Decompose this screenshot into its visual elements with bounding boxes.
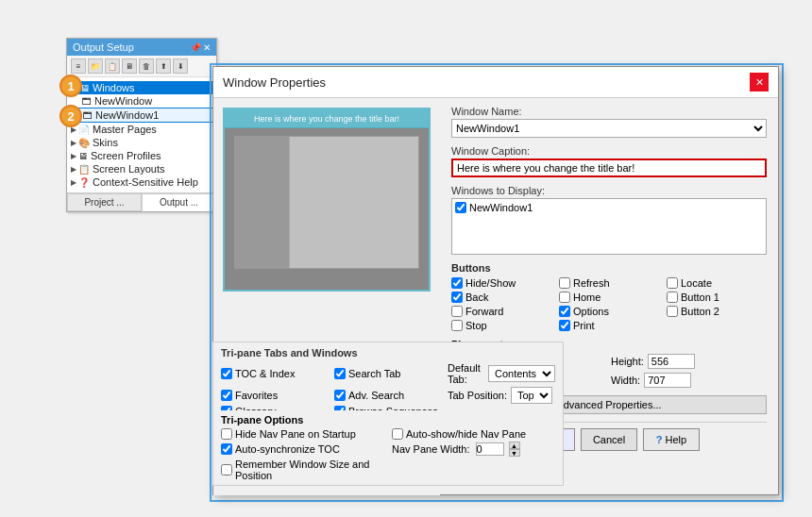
tripane-options-title: Tri-pane Options [221, 414, 555, 425]
toolbar-btn-5[interactable]: 🗑 [139, 58, 154, 74]
tree-item-masterpages[interactable]: ▶ 📄 Master Pages [67, 123, 216, 136]
tab-favorites[interactable]: Favorites [221, 387, 329, 404]
opt-auto-sync[interactable]: Auto-synchronize TOC [221, 442, 384, 457]
btn-home[interactable]: Home [559, 292, 659, 303]
btn-button2[interactable]: Button 2 [667, 306, 767, 317]
tree-item-screenlayouts[interactable]: ▶ 📋 Screen Layouts [67, 162, 216, 175]
tree-item-windows[interactable]: ▼ 🖥 Windows [67, 81, 216, 94]
btn-refresh[interactable]: Refresh [559, 277, 659, 289]
cancel-button[interactable]: Cancel [581, 428, 637, 451]
opt-auto-show[interactable]: Auto-show/hide Nav Pane [392, 428, 555, 440]
placement-width: Width: [611, 373, 767, 388]
tree-area: ▼ 🖥 Windows 🗔 NewWindow 🗔 NewWindow1 ▶ 📄… [67, 77, 216, 192]
buttons-group: Buttons Hide/Show Refresh Locate Back Ho… [451, 262, 767, 331]
tab-position-select[interactable]: Top [511, 387, 552, 404]
help-button[interactable]: ? Help [643, 428, 700, 451]
btn-button1[interactable]: Button 1 [667, 292, 767, 303]
expand-icon-sp: ▶ [71, 152, 76, 160]
expand-icon-sl: ▶ [71, 165, 76, 174]
tree-item-screenprofiles[interactable]: ▶ 🖥 Screen Profiles [67, 149, 216, 162]
windows-display-area[interactable]: NewWindow1 [451, 198, 767, 255]
masterpages-icon: 📄 [78, 125, 90, 135]
output-setup-titlebar: Output Setup 📌 ✕ [67, 39, 216, 56]
spinner-down[interactable]: ▼ [509, 449, 520, 457]
btn-hidshow[interactable]: Hide/Show [451, 277, 551, 289]
tree-label-screenlayouts: Screen Layouts [93, 163, 164, 175]
skins-icon: 🎨 [78, 138, 90, 148]
badge-2: 2 [59, 105, 82, 127]
dialog-title: Window Properties [223, 75, 326, 90]
default-tab-select[interactable]: Contents [488, 365, 555, 382]
tab-search[interactable]: Search Tab [334, 362, 442, 385]
btn-forward[interactable]: Forward [451, 306, 551, 317]
tree-label-skins: Skins [93, 137, 118, 148]
tab-position-row: Tab Position: Top [448, 387, 555, 404]
window-name-select[interactable]: NewWindow1 [451, 119, 767, 138]
tab-project[interactable]: Project ... [67, 193, 142, 211]
window-caption-label: Window Caption: [451, 145, 767, 157]
tripane-tabs-grid: TOC & Index Search Tab Default Tab: Cont… [221, 362, 555, 417]
newwindow1-icon: 🗔 [83, 110, 93, 121]
nav-width-spinner[interactable]: ▲ ▼ [509, 442, 520, 457]
tripane-options-section: Tri-pane Options Hide Nav Pane on Startu… [212, 410, 564, 486]
window-name-group: Window Name: NewWindow1 [451, 106, 767, 138]
height-label: Height: [611, 356, 644, 367]
badge-1: 1 [59, 75, 82, 97]
tree-item-contexthelp[interactable]: ▶ ❓ Context-Sensitive Help [67, 175, 216, 189]
close-icon[interactable]: ✕ [203, 42, 211, 53]
tab-adv-search[interactable]: Adv. Search [334, 387, 442, 404]
preview-title-text: Here is where you change the title bar! [254, 114, 399, 124]
pin-icon[interactable]: 📌 [190, 42, 201, 53]
contexthelp-icon: ❓ [78, 177, 90, 188]
opt-remember-size[interactable]: Remember Window Size and Position [221, 459, 384, 481]
toolbar-btn-4[interactable]: 🖥 [122, 58, 137, 74]
height-input[interactable] [648, 354, 695, 369]
output-setup-title: Output Setup [73, 42, 134, 53]
btn-stop[interactable]: Stop [451, 320, 551, 331]
width-input[interactable] [644, 373, 691, 388]
buttons-group-title: Buttons [451, 262, 767, 274]
opt-nav-width[interactable]: Nav Pane Width: ▲ ▼ [392, 442, 555, 457]
tree-label-newwindow: NewWindow [94, 95, 152, 107]
display-checkbox[interactable] [455, 202, 466, 213]
toolbar-btn-1[interactable]: ≡ [71, 58, 86, 74]
default-tab-row: Default Tab: Contents [448, 362, 555, 385]
window-caption-group: Window Caption: [451, 145, 767, 177]
display-item-newwindow1[interactable]: NewWindow1 [455, 202, 763, 213]
buttons-grid: Hide/Show Refresh Locate Back Home Butto… [451, 277, 767, 331]
tree-item-newwindow[interactable]: 🗔 NewWindow [67, 94, 216, 108]
preview-inner [234, 136, 419, 269]
default-tab-label: Default Tab: [448, 362, 484, 385]
btn-back[interactable]: Back [451, 292, 551, 303]
tripane-tabs-title: Tri-pane Tabs and Windows [221, 347, 555, 359]
tab-toc-index[interactable]: TOC & Index [221, 362, 329, 385]
window-caption-input[interactable] [451, 158, 767, 177]
screenprofiles-icon: 🖥 [78, 151, 88, 161]
toolbar-btn-3[interactable]: 📋 [105, 58, 120, 74]
tab-output[interactable]: Output ... [142, 193, 216, 211]
newwindow-icon: 🗔 [82, 96, 92, 107]
help-icon: ? [656, 434, 663, 445]
tree-label-newwindow1: NewWindow1 [95, 109, 159, 121]
toolbar-btn-2[interactable]: 📁 [88, 58, 103, 74]
toolbar-btn-6[interactable]: ⬆ [156, 58, 171, 74]
tree-label-contexthelp: Context-Sensitive Help [93, 176, 198, 188]
nav-width-input[interactable] [476, 442, 504, 456]
dialog-close-button[interactable]: ✕ [750, 73, 769, 92]
width-label: Width: [611, 375, 640, 386]
spinner-up[interactable]: ▲ [509, 442, 520, 449]
toolbar-btn-7[interactable]: ⬇ [173, 58, 188, 74]
display-item-label: NewWindow1 [469, 202, 533, 213]
tripane-options-grid: Hide Nav Pane on Startup Auto-show/hide … [221, 428, 555, 481]
screenlayouts-icon: 📋 [78, 164, 90, 175]
output-setup-tabs: Project ... Output ... [67, 192, 216, 211]
btn-print[interactable]: Print [559, 320, 659, 331]
tree-label-screenprofiles: Screen Profiles [91, 150, 161, 161]
tree-item-newwindow1[interactable]: 🗔 NewWindow1 [67, 108, 216, 123]
btn-options[interactable]: Options [559, 306, 659, 317]
dialog-titlebar: Window Properties ✕ [213, 67, 778, 98]
opt-hide-nav[interactable]: Hide Nav Pane on Startup [221, 428, 384, 440]
preview-title-bar: Here is where you change the title bar! [225, 109, 429, 128]
tree-item-skins[interactable]: ▶ 🎨 Skins [67, 136, 216, 149]
btn-locate[interactable]: Locate [667, 277, 767, 289]
